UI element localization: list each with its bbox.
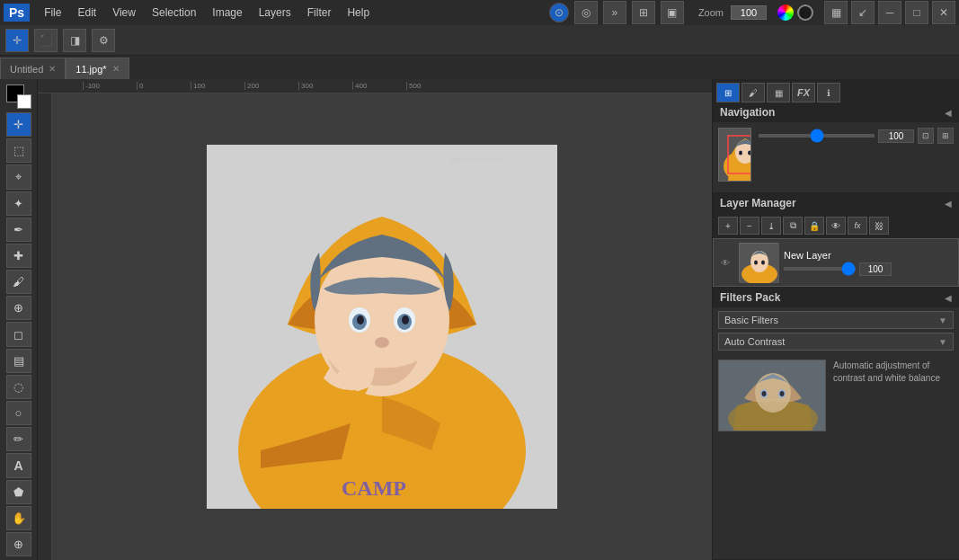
menu-edit[interactable]: Edit: [70, 4, 103, 21]
tool-heal[interactable]: ✚: [6, 244, 31, 268]
menu-view[interactable]: View: [105, 4, 143, 21]
menu-selection[interactable]: Selection: [145, 4, 203, 21]
layer-manager-header[interactable]: Layer Manager ◀: [713, 193, 959, 213]
layers-btn[interactable]: ▦: [824, 1, 848, 24]
tool-brush[interactable]: 🖌: [6, 270, 31, 294]
auto-contrast-select[interactable]: Auto Contrast ▼: [718, 333, 954, 351]
tab-untitled[interactable]: Untitled ✕: [0, 58, 66, 79]
tool-blur[interactable]: ◌: [6, 375, 31, 399]
basic-filters-dropdown[interactable]: Basic Filters: [724, 315, 938, 325]
lock-layer-btn[interactable]: 🔒: [804, 217, 824, 235]
nav-actual-btn[interactable]: ⊞: [937, 128, 954, 144]
add-layer-btn[interactable]: +: [718, 217, 738, 235]
maximize-btn[interactable]: □: [905, 1, 928, 24]
tool-hand[interactable]: ✋: [6, 506, 31, 530]
layer-opacity-slider[interactable]: [784, 267, 856, 271]
navigation-header[interactable]: Navigation ◀: [713, 102, 959, 122]
screen-icon[interactable]: ⊞: [632, 1, 655, 24]
panel-tab-grid[interactable]: ⊞: [716, 83, 740, 102]
color-wheel[interactable]: [777, 4, 794, 21]
tool-magic-wand[interactable]: ✦: [6, 191, 31, 216]
mask-tool[interactable]: ◨: [63, 29, 86, 52]
filters-pack-section: Filters Pack ◀ Basic Filters ▼ Auto Cont…: [713, 288, 959, 560]
layer-visibility-btn[interactable]: 👁: [717, 254, 733, 271]
tool-shape[interactable]: ⬟: [6, 480, 31, 504]
filter-description: Automatic adjustment of contrast and whi…: [833, 360, 954, 385]
tool-stamp[interactable]: ⊕: [6, 296, 31, 320]
tool-select-rect[interactable]: ⬚: [6, 138, 31, 163]
nav-zoom-input[interactable]: [878, 129, 914, 143]
ruler-mark-3: 200: [244, 82, 298, 90]
tool-text[interactable]: A: [6, 453, 31, 477]
fx-layer-btn[interactable]: fx: [848, 217, 867, 235]
merge-layer-btn[interactable]: ⤓: [761, 217, 781, 235]
nav-preview: [718, 128, 751, 182]
tool-gradient[interactable]: ▤: [6, 349, 31, 373]
tool-eyedropper[interactable]: ✒: [6, 218, 31, 242]
color-half-circle[interactable]: [797, 4, 813, 21]
menu-file[interactable]: File: [37, 4, 68, 21]
panel-tab-info[interactable]: ℹ: [817, 83, 840, 102]
photo-canvas[interactable]: CAMP www.w140.net: [207, 145, 557, 509]
filters-pack-collapse-icon[interactable]: ◀: [945, 293, 952, 303]
panel-tab-paint[interactable]: 🖌: [741, 83, 765, 102]
ps-logo: Ps: [4, 4, 30, 22]
tool-zoom[interactable]: ⊕: [6, 532, 31, 556]
layer-item[interactable]: 👁 New Layer: [713, 238, 959, 287]
navigation-collapse-icon[interactable]: ◀: [945, 108, 952, 118]
nav-preview-svg: [719, 129, 751, 181]
tab-11jpg[interactable]: 11.jpg* ✕: [66, 58, 129, 79]
auto-contrast-dropdown[interactable]: Auto Contrast: [724, 336, 938, 347]
restore-btn[interactable]: ↙: [851, 1, 875, 24]
settings-tool[interactable]: ⚙: [92, 29, 115, 52]
tool-pen[interactable]: ✏: [6, 427, 31, 451]
tool-eraser[interactable]: ◻: [6, 322, 31, 346]
canvas-area[interactable]: -100 0 100 200 300 400 500: [38, 79, 712, 560]
screen-mode-icon[interactable]: ⊙: [549, 3, 569, 22]
color-swatches[interactable]: [6, 84, 31, 109]
panel-tab-fx[interactable]: FX: [792, 83, 815, 102]
duplicate-layer-btn[interactable]: ⧉: [783, 217, 803, 235]
menu-filter[interactable]: Filter: [300, 4, 339, 21]
ruler-marks: -100 0 100 200 300 400 500: [83, 82, 712, 90]
ruler-horizontal: -100 0 100 200 300 400 500: [38, 79, 712, 93]
screen2-icon[interactable]: ▣: [661, 1, 684, 24]
ruler-mark-0: -100: [83, 82, 137, 90]
tool-dodge[interactable]: ○: [6, 401, 31, 425]
menu-help[interactable]: Help: [340, 4, 377, 21]
svg-point-9: [375, 337, 389, 348]
layer-manager-collapse-icon[interactable]: ◀: [945, 199, 952, 209]
ruler-mark-2: 100: [191, 82, 244, 90]
link-layer-btn[interactable]: ⛓: [869, 217, 889, 235]
close-btn[interactable]: ✕: [932, 1, 955, 24]
canvas-content[interactable]: CAMP www.w140.net: [52, 93, 712, 560]
tab-11jpg-close[interactable]: ✕: [112, 64, 120, 74]
more-icon[interactable]: »: [603, 1, 626, 24]
move-tool[interactable]: ✛: [5, 29, 29, 52]
nav-fit-btn[interactable]: ⊡: [918, 128, 934, 144]
zoom-input[interactable]: [731, 5, 767, 20]
delete-layer-btn[interactable]: −: [740, 217, 759, 235]
layer-thumb-svg: [740, 244, 779, 283]
tool-move[interactable]: ✛: [6, 112, 31, 137]
layer-name-label: New Layer: [784, 250, 955, 261]
minimize-btn[interactable]: ─: [878, 1, 901, 24]
panel-tabs: ⊞ 🖌 ▦ FX ℹ: [713, 79, 959, 102]
layer-thumbnail: [739, 243, 778, 282]
zoom-slider[interactable]: [759, 134, 875, 138]
menu-layers[interactable]: Layers: [252, 4, 298, 21]
hide-layer-btn[interactable]: 👁: [826, 217, 846, 235]
tool-icon-1[interactable]: ◎: [574, 1, 598, 24]
toolbar-icons: ⊙ ◎ » ⊞ ▣ Zoom ▦ ↙ ─ □ ✕: [542, 1, 955, 24]
background-color[interactable]: [17, 94, 31, 109]
menu-image[interactable]: Image: [205, 4, 249, 21]
navigation-section: Navigation ◀: [713, 102, 959, 193]
color-icons: ▦ ↙ ─ □ ✕: [777, 1, 955, 24]
layer-opacity-input[interactable]: [859, 262, 892, 276]
panel-tab-layers[interactable]: ▦: [767, 83, 790, 102]
tool-lasso[interactable]: ⌖: [6, 164, 31, 189]
basic-filters-select[interactable]: Basic Filters ▼: [718, 311, 954, 329]
quick-mask[interactable]: ⬛: [34, 29, 58, 52]
filters-pack-header[interactable]: Filters Pack ◀: [713, 288, 959, 307]
tab-untitled-close[interactable]: ✕: [49, 64, 56, 74]
